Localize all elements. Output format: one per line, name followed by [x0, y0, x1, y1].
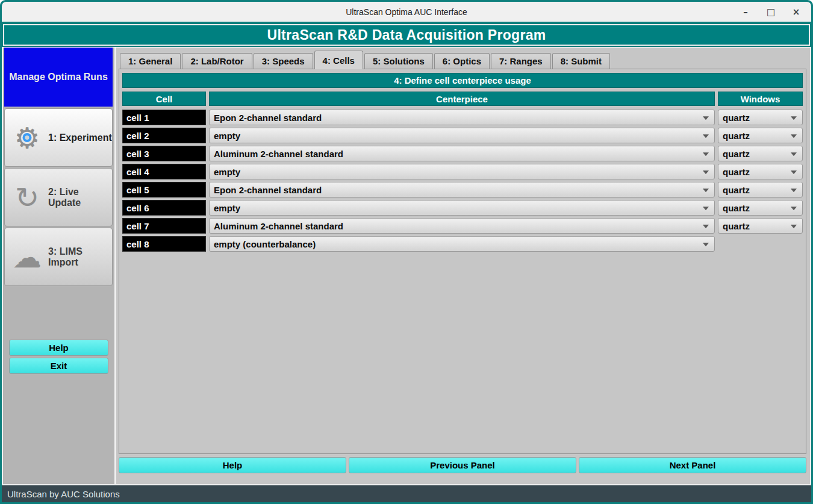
cell-label: cell 6 [122, 200, 206, 216]
panel-banner: 4: Define cell centerpiece usage [122, 73, 803, 88]
sidebar-item-label: 2: Live Update [48, 187, 112, 208]
centerpiece-select[interactable]: empty [209, 128, 715, 143]
table-row: cell 8 empty (counterbalance) [122, 236, 803, 252]
sidebar-item-lims-import[interactable]: ☁ 3: LIMS Import [4, 228, 113, 286]
centerpiece-value: Aluminum 2-channel standard [214, 149, 343, 159]
sidebar-item-live-update[interactable]: ↻ 2: Live Update [4, 168, 113, 226]
chevron-down-icon [791, 170, 797, 174]
tab-lab-rotor[interactable]: 2: Lab/Rotor [182, 53, 252, 69]
sidebar-item-label: 1: Experiment [48, 132, 112, 143]
centerpiece-value: Aluminum 2-channel standard [214, 221, 343, 231]
chevron-down-icon [791, 134, 797, 138]
cell-label: cell 7 [122, 218, 206, 234]
tab-submit[interactable]: 8: Submit [552, 53, 610, 69]
page-title: UltraScan R&D Data Acquisition Program [267, 27, 546, 43]
tab-general[interactable]: 1: General [120, 53, 181, 69]
tab-solutions[interactable]: 5: Solutions [364, 53, 433, 69]
centerpiece-select[interactable]: Epon 2-channel standard [209, 182, 715, 198]
cells-pane: 4: Define cell centerpiece usage Cell Ce… [119, 69, 806, 454]
sidebar-exit-button[interactable]: Exit [9, 358, 108, 374]
close-icon[interactable]: × [791, 7, 802, 17]
centerpiece-value: Epon 2-channel standard [214, 113, 322, 123]
content-area: Manage Optima Runs ⚙ 1: Experiment ↻ 2: … [2, 47, 811, 484]
centerpiece-value: empty [214, 131, 240, 141]
centerpiece-select[interactable]: Aluminum 2-channel standard [209, 218, 715, 234]
tab-bar: 1: General 2: Lab/Rotor 3: Speeds 4: Cel… [119, 50, 806, 69]
sidebar-banner-label: Manage Optima Runs [9, 72, 108, 82]
centerpiece-select[interactable]: empty [209, 200, 715, 216]
chevron-down-icon [791, 152, 797, 156]
cloud-import-icon: ☁ [11, 241, 43, 273]
header-centerpiece: Centerpiece [209, 92, 715, 106]
window-controls: – □ × [740, 7, 811, 17]
centerpiece-value: empty (counterbalance) [214, 239, 316, 249]
chevron-down-icon [703, 188, 709, 192]
centerpiece-select[interactable]: empty [209, 164, 715, 179]
centerpiece-select[interactable]: Epon 2-channel standard [209, 110, 715, 125]
chevron-down-icon [703, 170, 709, 174]
chevron-down-icon [703, 207, 709, 210]
tab-ranges[interactable]: 7: Ranges [491, 53, 551, 69]
table-header-row: Cell Centerpiece Windows [122, 92, 803, 106]
windows-select[interactable]: quartz [718, 110, 803, 125]
tab-optics[interactable]: 6: Optics [434, 53, 490, 69]
sidebar-help-button[interactable]: Help [9, 340, 108, 356]
windows-value: quartz [723, 113, 750, 123]
sidebar-item-experiment[interactable]: ⚙ 1: Experiment [4, 108, 113, 167]
chevron-down-icon [703, 134, 709, 138]
next-panel-button[interactable]: Next Panel [579, 457, 806, 473]
gear-icon: ⚙ [11, 122, 43, 154]
chevron-down-icon [791, 188, 797, 192]
centerpiece-value: empty [214, 203, 240, 213]
previous-panel-button[interactable]: Previous Panel [349, 457, 576, 473]
windows-value: quartz [723, 203, 750, 213]
minimize-icon[interactable]: – [740, 7, 751, 17]
centerpiece-select[interactable]: empty (counterbalance) [209, 236, 715, 252]
sync-icon: ↻ [11, 181, 43, 214]
header-cell: Cell [122, 92, 206, 106]
windows-value: quartz [723, 221, 750, 231]
windows-value: quartz [723, 149, 750, 159]
chevron-down-icon [703, 152, 709, 156]
windows-select[interactable]: quartz [718, 164, 803, 179]
help-panel-button[interactable]: Help [119, 457, 346, 473]
windows-select[interactable]: quartz [718, 128, 803, 143]
chevron-down-icon [791, 207, 797, 210]
table-row: cell 3 Aluminum 2-channel standard quart… [122, 146, 803, 161]
windows-value: quartz [723, 167, 750, 177]
panel-button-row: Help Previous Panel Next Panel [119, 457, 806, 473]
centerpiece-value: Epon 2-channel standard [214, 185, 322, 195]
table-row: cell 6 empty quartz [122, 200, 803, 216]
table-row: cell 7 Aluminum 2-channel standard quart… [122, 218, 803, 234]
cell-label: cell 1 [122, 110, 206, 125]
sidebar-item-label: 3: LIMS Import [48, 246, 112, 268]
header-windows: Windows [718, 92, 803, 106]
pane-filler [122, 254, 803, 451]
table-row: cell 4 empty quartz [122, 164, 803, 179]
windows-select[interactable]: quartz [718, 218, 803, 234]
cell-label: cell 4 [122, 164, 206, 179]
titlebar: UltraScan Optima AUC Interface – □ × [2, 2, 811, 22]
tab-cells[interactable]: 4: Cells [314, 51, 363, 69]
windows-slot-empty [718, 236, 803, 252]
table-row: cell 1 Epon 2-channel standard quartz [122, 110, 803, 125]
cell-label: cell 5 [122, 182, 206, 198]
tab-speeds[interactable]: 3: Speeds [254, 53, 313, 69]
windows-select[interactable]: quartz [718, 146, 803, 161]
centerpiece-select[interactable]: Aluminum 2-channel standard [209, 146, 715, 161]
maximize-icon[interactable]: □ [765, 7, 776, 17]
app-window: UltraScan Optima AUC Interface – □ × Ult… [0, 0, 813, 504]
windows-select[interactable]: quartz [718, 182, 803, 198]
chevron-down-icon [791, 225, 797, 228]
windows-select[interactable]: quartz [718, 200, 803, 216]
table-row: cell 5 Epon 2-channel standard quartz [122, 182, 803, 198]
statusbar: UltraScan by AUC Solutions [2, 484, 811, 502]
main-panel: 1: General 2: Lab/Rotor 3: Speeds 4: Cel… [116, 48, 810, 484]
windows-value: quartz [723, 131, 750, 141]
status-text: UltraScan by AUC Solutions [7, 489, 120, 499]
app-header-banner: UltraScan R&D Data Acquisition Program [3, 24, 810, 46]
centerpiece-value: empty [214, 167, 240, 177]
chevron-down-icon [703, 225, 709, 228]
table-row: cell 2 empty quartz [122, 128, 803, 143]
cell-label: cell 3 [122, 146, 206, 161]
